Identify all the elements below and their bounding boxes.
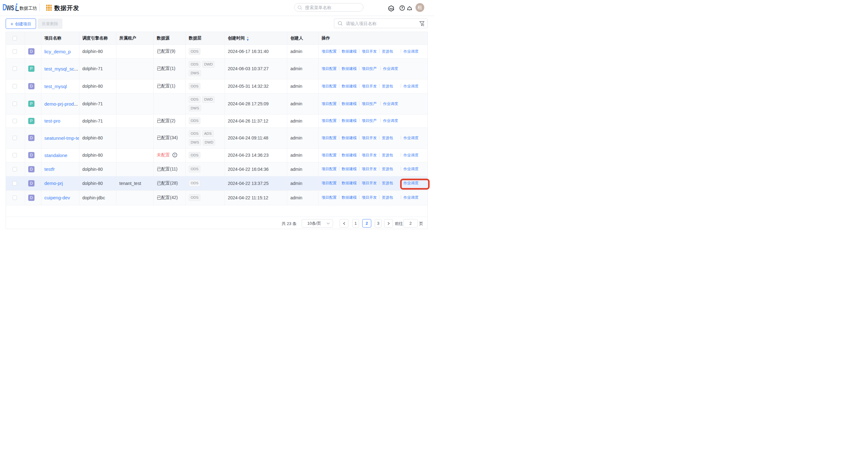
svg-text:?: ? [401,6,403,10]
svg-text:AI: AI [390,7,393,10]
